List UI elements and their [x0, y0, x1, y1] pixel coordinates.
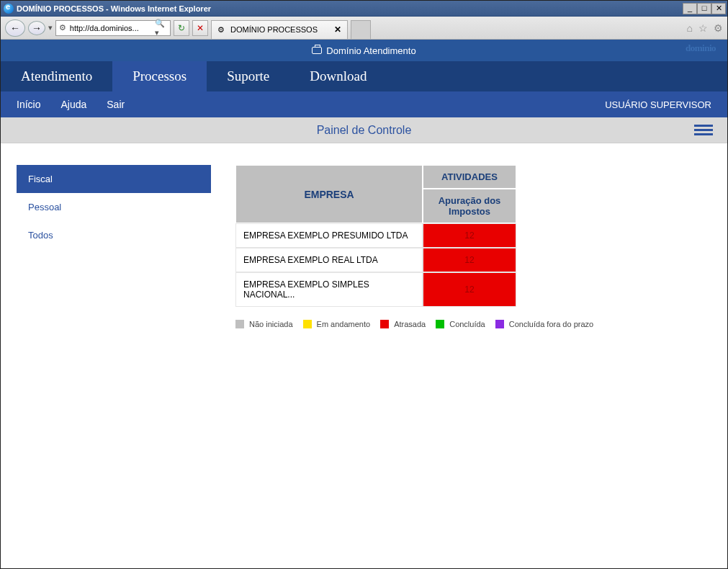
- legend-label: Em andamento: [317, 320, 371, 328]
- table-row: EMPRESA EXEMPLO PRESUMIDO LTDA 12: [235, 223, 516, 248]
- legend-swatch: [235, 320, 244, 328]
- home-icon[interactable]: ⌂: [687, 22, 693, 34]
- cell-company: EMPRESA EXEMPLO REAL LTDA: [235, 248, 423, 272]
- table-row: EMPRESA EXEMPLO SIMPLES NACIONAL... 12: [235, 272, 516, 307]
- briefcase-icon: [312, 47, 322, 54]
- side-panel: Fiscal Pessoal Todos: [17, 165, 211, 328]
- address-input[interactable]: [70, 24, 153, 32]
- legend-item: Concluída fora do prazo: [495, 320, 593, 328]
- activities-table: EMPRESA ATIVIDADES Apuração dos Impostos…: [235, 165, 516, 307]
- favorites-icon[interactable]: ☆: [698, 22, 708, 34]
- cell-value[interactable]: 12: [423, 248, 516, 272]
- th-company: EMPRESA: [235, 165, 423, 223]
- chevron-down-icon[interactable]: ▾: [48, 23, 53, 32]
- legend-label: Não iniciada: [249, 320, 293, 328]
- refresh-button[interactable]: ↻: [174, 20, 189, 36]
- legend: Não iniciada Em andamento Atrasada Concl…: [235, 320, 593, 328]
- legend-item: Concluída: [436, 320, 485, 328]
- address-bar[interactable]: ⚙ 🔍▾: [55, 20, 171, 36]
- cell-value[interactable]: 12: [423, 223, 516, 248]
- content-area: Fiscal Pessoal Todos EMPRESA ATIVIDADES …: [1, 143, 727, 328]
- tab-close-button[interactable]: ✕: [334, 24, 341, 35]
- nav-processos[interactable]: Processos: [112, 61, 207, 91]
- maximize-button[interactable]: □: [697, 3, 711, 14]
- legend-swatch: [303, 320, 312, 328]
- brand-logo: dominio: [686, 42, 716, 54]
- tools-icon[interactable]: ⚙: [714, 22, 723, 34]
- th-sub[interactable]: Apuração dos Impostos: [423, 189, 516, 223]
- legend-swatch: [436, 320, 444, 328]
- legend-label: Atrasada: [394, 320, 426, 328]
- legend-item: Em andamento: [303, 320, 371, 328]
- side-item-fiscal[interactable]: Fiscal: [17, 165, 211, 193]
- legend-label: Concluída fora do prazo: [509, 320, 593, 328]
- cell-company: EMPRESA EXEMPLO PRESUMIDO LTDA: [235, 223, 423, 248]
- close-button[interactable]: ✕: [711, 3, 726, 14]
- new-tab-button[interactable]: [351, 20, 371, 39]
- subnav-inicio[interactable]: Início: [17, 99, 40, 110]
- app-banner: Domínio Atendimento dominio: [1, 40, 727, 61]
- subnav-ajuda[interactable]: Ajuda: [60, 99, 86, 110]
- stop-button[interactable]: ✕: [192, 20, 208, 36]
- legend-label: Concluída: [449, 320, 485, 328]
- legend-swatch: [380, 320, 389, 328]
- table-area: EMPRESA ATIVIDADES Apuração dos Impostos…: [235, 165, 593, 328]
- tab-title: DOMÍNIO PROCESSOS: [230, 25, 318, 34]
- page-title-bar: Painel de Controle: [1, 117, 727, 143]
- nav-atendimento[interactable]: Atendimento: [1, 61, 112, 91]
- main-nav: Atendimento Processos Suporte Download: [1, 61, 727, 91]
- cell-value[interactable]: 12: [423, 272, 516, 307]
- legend-item: Atrasada: [380, 320, 426, 328]
- cell-company: EMPRESA EXEMPLO SIMPLES NACIONAL...: [235, 272, 423, 307]
- nav-download[interactable]: Download: [289, 61, 387, 91]
- site-icon: ⚙: [58, 23, 68, 33]
- legend-swatch: [495, 320, 504, 328]
- hamburger-menu-icon[interactable]: [694, 125, 713, 135]
- search-dropdown-icon[interactable]: 🔍▾: [155, 19, 168, 37]
- back-button[interactable]: ←: [5, 19, 25, 37]
- user-label: USUÁRIO SUPERVISOR: [605, 99, 711, 110]
- subnav-sair[interactable]: Sair: [107, 99, 125, 110]
- legend-item: Não iniciada: [235, 320, 293, 328]
- window-title: DOMÍNIO PROCESSOS - Windows Internet Exp…: [17, 4, 211, 13]
- page-title: Painel de Controle: [317, 124, 412, 137]
- forward-button[interactable]: →: [28, 21, 45, 35]
- nav-suporte[interactable]: Suporte: [207, 61, 289, 91]
- browser-toolbar: ← → ▾ ⚙ 🔍▾ ↻ ✕ ⚙ DOMÍNIO PROCESSOS ✕ ⌂ ☆…: [1, 17, 727, 40]
- minimize-button[interactable]: _: [683, 3, 697, 14]
- banner-title: Domínio Atendimento: [326, 45, 415, 56]
- tab-favicon: ⚙: [217, 25, 226, 34]
- side-item-todos[interactable]: Todos: [17, 221, 211, 249]
- table-row: EMPRESA EXEMPLO REAL LTDA 12: [235, 248, 516, 272]
- side-item-pessoal[interactable]: Pessoal: [17, 193, 211, 221]
- sub-nav: Início Ajuda Sair USUÁRIO SUPERVISOR: [1, 91, 727, 117]
- ie-icon: [4, 4, 14, 14]
- window-titlebar: DOMÍNIO PROCESSOS - Windows Internet Exp…: [1, 1, 727, 17]
- th-activities: ATIVIDADES: [423, 165, 516, 189]
- browser-tab[interactable]: ⚙ DOMÍNIO PROCESSOS ✕: [211, 20, 348, 39]
